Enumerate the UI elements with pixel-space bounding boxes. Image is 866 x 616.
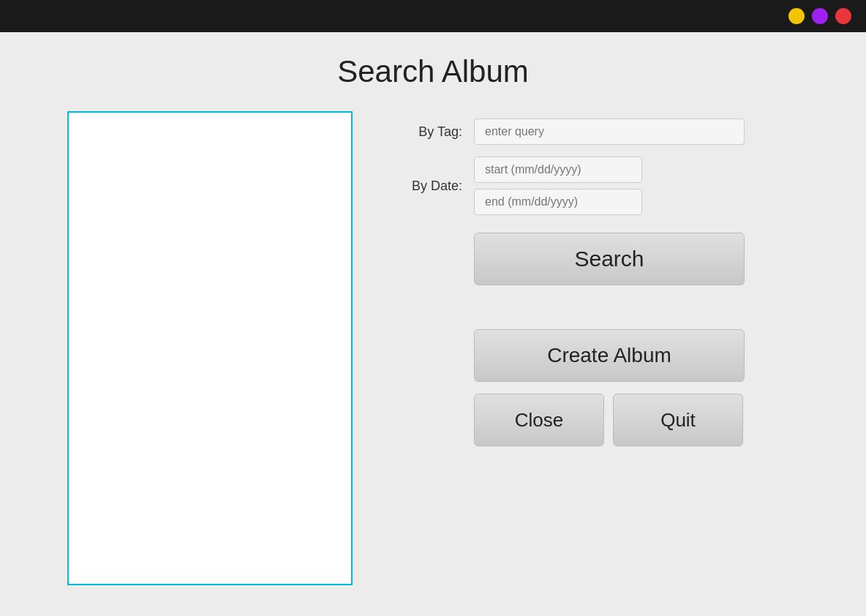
- minimize-dot[interactable]: [788, 8, 805, 24]
- content-area: By Tag: By Date: Search Create Album Clo…: [67, 111, 799, 585]
- tag-input[interactable]: [474, 119, 745, 145]
- search-button[interactable]: Search: [474, 233, 745, 285]
- page-title: Search Album: [337, 54, 528, 89]
- create-album-button[interactable]: Create Album: [474, 329, 745, 382]
- title-bar: [0, 0, 866, 32]
- bottom-buttons: Close Quit: [474, 394, 799, 446]
- results-panel: [67, 111, 353, 585]
- maximize-dot[interactable]: [812, 8, 828, 24]
- date-label: By Date:: [382, 179, 462, 194]
- tag-row: By Tag:: [382, 119, 799, 145]
- end-date-input[interactable]: [474, 189, 642, 215]
- start-date-input[interactable]: [474, 157, 642, 183]
- close-dot[interactable]: [835, 8, 851, 24]
- close-button[interactable]: Close: [474, 394, 604, 446]
- main-content: Search Album By Tag: By Date: Search: [0, 32, 866, 616]
- form-panel: By Tag: By Date: Search Create Album Clo…: [382, 111, 799, 446]
- spacer: [382, 285, 799, 329]
- date-group: [474, 157, 642, 215]
- tag-label: By Tag:: [382, 124, 462, 140]
- quit-button[interactable]: Quit: [613, 394, 743, 446]
- date-row: By Date:: [382, 157, 799, 215]
